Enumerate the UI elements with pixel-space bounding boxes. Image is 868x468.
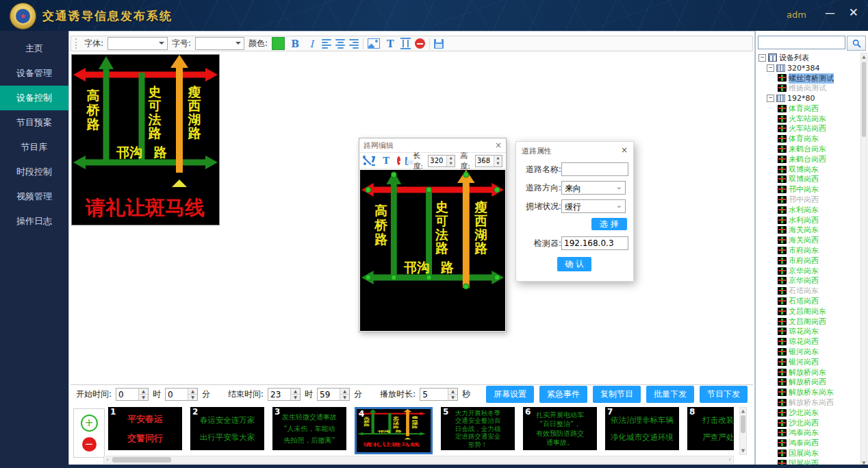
detector-field[interactable]: [561, 236, 628, 250]
roadnet-close-icon[interactable]: ×: [495, 140, 502, 150]
start-hour-input[interactable]: [116, 389, 138, 400]
tree-device-市府岗西[interactable]: 市府岗西: [757, 256, 860, 266]
scroll-down-icon[interactable]: ▼: [740, 447, 746, 454]
start-minute-spinner[interactable]: ▲▼: [165, 388, 198, 401]
tree-device-琼花岗西[interactable]: 琼花岗西: [757, 336, 860, 347]
remove-program-button[interactable]: −: [82, 437, 97, 452]
image-button[interactable]: [368, 38, 380, 49]
parallel-road-button[interactable]: [372, 156, 375, 166]
tree-device-解放桥东岗西[interactable]: 解放桥东岗西: [757, 397, 860, 408]
search-button[interactable]: [847, 36, 866, 51]
confirm-button[interactable]: 确 认: [557, 257, 591, 271]
tree-device-京华岗东[interactable]: 京华岗东: [757, 266, 860, 276]
program-thumbnail-8[interactable]: 打击改装“灯严查严处“机8: [687, 407, 734, 450]
add-program-button[interactable]: +: [81, 415, 98, 432]
tree-group-192*80[interactable]: −192*80: [757, 93, 860, 103]
tree-device-石塔岗东[interactable]: 石塔岗东: [757, 286, 860, 296]
spinner-down-icon[interactable]: ▼: [494, 161, 502, 167]
sidebar-item-节目预案[interactable]: 节目预案: [0, 110, 68, 135]
spinner-up-icon[interactable]: ▲: [494, 156, 502, 161]
tree-collapse-icon[interactable]: −: [767, 95, 774, 102]
scroll-up-icon[interactable]: ▲: [861, 53, 867, 60]
program-thumbnail-2[interactable]: 春运安全连万家出行平安靠大家2: [190, 407, 264, 450]
playlist-vertical-scrollbar[interactable]: ▲ ▼: [739, 407, 747, 455]
roadnet-canvas[interactable]: 高桥路史可法路瘦西湖路邗沟路: [360, 170, 505, 331]
tree-device-鸿泰岗东[interactable]: 鸿泰岗东: [757, 428, 860, 438]
spinner-down-icon[interactable]: ▼: [188, 395, 197, 400]
close-icon[interactable]: ✕: [849, 5, 858, 19]
tree-device-体育岗西[interactable]: 体育岗西: [757, 103, 860, 114]
delete-button[interactable]: [415, 38, 425, 49]
start-minute-input[interactable]: [166, 389, 188, 400]
font-select[interactable]: [107, 37, 168, 50]
tree-device-解放桥岗西[interactable]: 解放桥岗西: [757, 378, 860, 388]
duration-input[interactable]: [420, 389, 448, 400]
spinner-up-icon[interactable]: ▲: [448, 389, 457, 395]
program-thumbnail-5[interactable]: 大力开展秋冬季交通安全整治百日会战，全力稳定道路交通安全形势！5: [441, 407, 515, 450]
tree-device-维扬岗测试[interactable]: 维扬岗测试: [757, 83, 860, 93]
height-spinner[interactable]: ▲▼: [475, 155, 502, 167]
tree-device-国展岗东[interactable]: 国展岗东: [757, 448, 860, 458]
minimize-icon[interactable]: —: [825, 7, 835, 19]
end-minute-spinner[interactable]: ▲▼: [317, 388, 350, 401]
tree-device-市府岗东[interactable]: 市府岗东: [757, 245, 860, 256]
properties-close-icon[interactable]: ×: [621, 145, 628, 155]
tree-device-文昌阁岗东[interactable]: 文昌阁岗东: [757, 306, 860, 317]
tree-device-邗中岗西[interactable]: 邗中岗西: [757, 195, 860, 205]
action-button-批量下发[interactable]: 批量下发: [646, 386, 694, 403]
sidebar-item-时段控制[interactable]: 时段控制: [0, 160, 68, 184]
tree-device-石塔岗西[interactable]: 石塔岗西: [757, 296, 860, 306]
bold-button[interactable]: B: [289, 38, 301, 50]
spinner-up-icon[interactable]: ▲: [188, 389, 197, 395]
length-spinner[interactable]: ▲▼: [428, 155, 455, 167]
scroll-left-icon[interactable]: ‹: [104, 456, 111, 463]
sidebar-item-主页[interactable]: 主页: [0, 36, 68, 61]
length-input[interactable]: [429, 156, 446, 167]
tree-device-解放桥岗东[interactable]: 解放桥岗东: [757, 367, 860, 378]
sidebar-item-节目库[interactable]: 节目库: [0, 135, 68, 160]
tree-device-银河岗东[interactable]: 银河岗东: [757, 347, 860, 357]
select-detector-button[interactable]: 选 择: [591, 218, 627, 230]
save-button[interactable]: [434, 39, 444, 49]
device-search-input[interactable]: [758, 36, 845, 49]
program-thumbnail-6[interactable]: 扎实开展电动车“百日整治”，有效预防道路交通事故。6: [523, 407, 597, 450]
tree-device-解放桥东岗东[interactable]: 解放桥东岗东: [757, 387, 860, 397]
tree-collapse-icon[interactable]: −: [767, 64, 774, 72]
tree-device-体育岗东[interactable]: 体育岗东: [757, 134, 860, 144]
spinner-up-icon[interactable]: ▲: [447, 156, 455, 161]
tree-device-螺丝湾桥测试[interactable]: 螺丝湾桥测试: [757, 73, 860, 84]
tree-device-双博岗东[interactable]: 双博岗东: [757, 164, 860, 175]
tree-device-鸿泰岗西[interactable]: 鸿泰岗西: [757, 438, 860, 448]
align-left-button[interactable]: [322, 39, 331, 49]
tree-device-火车站岗西[interactable]: 火车站岗西: [757, 124, 860, 134]
sidebar-item-视频管理[interactable]: 视频管理: [0, 184, 68, 209]
tree-device-琼花岗东[interactable]: 琼花岗东: [757, 327, 860, 337]
spinner-up-icon[interactable]: ▲: [291, 389, 300, 395]
duration-spinner[interactable]: ▲▼: [420, 388, 458, 401]
action-button-节目下发[interactable]: 节目下发: [700, 386, 748, 403]
align-center-button[interactable]: [335, 39, 345, 49]
tree-scrollbar[interactable]: ▲ ▼: [860, 53, 867, 467]
tree-device-京华岗西[interactable]: 京华岗西: [757, 276, 860, 286]
playlist-horizontal-scrollbar[interactable]: ‹ ›: [103, 456, 734, 464]
sidebar-item-设备控制[interactable]: 设备控制: [0, 86, 68, 110]
tree-group-320*384[interactable]: −320*384: [757, 63, 860, 73]
program-thumbnail-4[interactable]: 高桥路史可法路瘦西湖路邗沟路请礼让斑马线4: [355, 407, 433, 454]
end-hour-spinner[interactable]: ▲▼: [268, 388, 301, 401]
tree-device-银河岗西[interactable]: 银河岗西: [757, 357, 860, 367]
tree-device-来鹤台岗东[interactable]: 来鹤台岗东: [757, 144, 860, 154]
congestion-select[interactable]: 缓行: [561, 199, 626, 213]
tree-device-水利岗西[interactable]: 水利岗西: [757, 215, 860, 225]
scroll-right-icon[interactable]: ›: [726, 456, 733, 463]
program-thumbnail-1[interactable]: 平安春运交警同行1: [108, 407, 182, 450]
draw-line-button[interactable]: [363, 156, 367, 166]
spinner-down-icon[interactable]: ▼: [139, 395, 148, 400]
delete-button[interactable]: [397, 156, 400, 165]
tree-device-火车站岗东[interactable]: 火车站岗东: [757, 114, 860, 124]
spinner-up-icon[interactable]: ▲: [340, 389, 349, 395]
save-button[interactable]: [405, 157, 409, 165]
road-tool-button[interactable]: [400, 38, 411, 49]
spinner-down-icon[interactable]: ▼: [340, 395, 349, 400]
tree-device-海关岗西[interactable]: 海关岗西: [757, 235, 860, 245]
tree-root-device-list[interactable]: −设备列表: [757, 53, 860, 63]
